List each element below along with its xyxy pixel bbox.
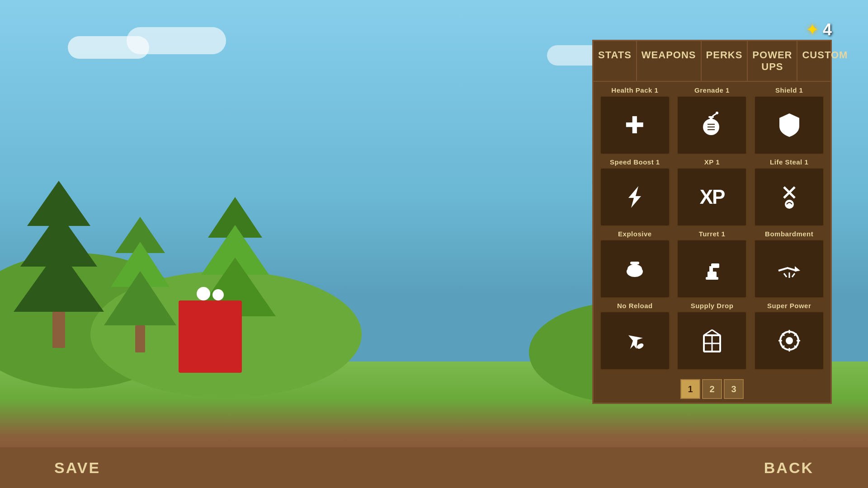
tab-perks[interactable]: Perks <box>702 41 748 81</box>
item-bombardment: Bombardment <box>752 230 826 298</box>
page-2-button[interactable]: 2 <box>702 379 722 399</box>
bombardment-icon <box>775 254 804 283</box>
item-box-turret[interactable] <box>677 239 747 298</box>
main-panel: Stats Weapons Perks Power Ups Custom Hea… <box>592 40 832 404</box>
item-health-pack: Health Pack 1 ✚ <box>598 86 672 155</box>
back-button[interactable]: BACK <box>764 459 814 477</box>
item-box-health-pack[interactable]: ✚ <box>600 96 670 155</box>
item-super-power: Super Power <box>752 302 826 370</box>
svg-point-8 <box>785 200 794 209</box>
svg-point-29 <box>786 337 793 344</box>
item-grenade: Grenade 1 <box>675 86 749 155</box>
svg-rect-12 <box>630 262 639 264</box>
item-box-bombardment[interactable] <box>754 239 824 298</box>
svg-line-20 <box>792 273 795 277</box>
character <box>179 300 242 373</box>
currency-display: ✦ 4 <box>806 20 832 39</box>
explosive-icon <box>620 254 649 283</box>
super-power-icon <box>775 326 804 355</box>
health-pack-icon: ✚ <box>625 113 645 137</box>
svg-rect-14 <box>706 277 718 280</box>
grenade-icon <box>698 111 726 140</box>
currency-count: 4 <box>823 20 832 39</box>
xp-icon: XP <box>700 187 725 207</box>
svg-point-21 <box>636 343 645 350</box>
tab-custom[interactable]: Custom <box>797 41 852 81</box>
svg-rect-16 <box>709 266 713 272</box>
item-xp: XP 1 XP <box>675 158 749 226</box>
item-turret: Turret 1 <box>675 230 749 298</box>
tab-weapons[interactable]: Weapons <box>637 41 702 81</box>
item-box-xp[interactable]: XP <box>677 168 747 226</box>
svg-line-3 <box>712 113 717 116</box>
item-box-supply-drop[interactable] <box>677 311 747 370</box>
item-box-life-steal[interactable] <box>754 168 824 226</box>
shield-icon <box>775 111 804 140</box>
life-steal-icon <box>775 183 804 211</box>
supply-drop-icon <box>698 326 726 355</box>
item-box-no-reload[interactable] <box>600 311 670 370</box>
item-box-grenade[interactable] <box>677 96 747 155</box>
star-icon: ✦ <box>806 20 819 39</box>
item-supply-drop: Supply Drop <box>675 302 749 370</box>
item-explosive: Explosive <box>598 230 672 298</box>
svg-point-4 <box>716 112 718 114</box>
speed-boost-icon <box>620 183 649 211</box>
items-grid: Health Pack 1 ✚ Grenade 1 <box>594 82 830 375</box>
bottom-bar: SAVE BACK <box>0 447 868 488</box>
save-button[interactable]: SAVE <box>54 459 100 477</box>
tab-bar: Stats Weapons Perks Power Ups Custom <box>594 41 830 82</box>
item-shield: Shield 1 <box>752 86 826 155</box>
tab-stats[interactable]: Stats <box>594 41 637 81</box>
item-box-shield[interactable] <box>754 96 824 155</box>
no-reload-icon <box>620 326 649 355</box>
page-1-button[interactable]: 1 <box>680 379 700 399</box>
svg-line-18 <box>784 273 787 277</box>
tree-1 <box>14 181 104 348</box>
turret-icon <box>698 254 726 283</box>
item-box-speed-boost[interactable] <box>600 168 670 226</box>
item-no-reload: No Reload <box>598 302 672 370</box>
tree-2 <box>104 217 176 352</box>
tab-power-ups[interactable]: Power Ups <box>748 41 797 81</box>
item-life-steal: Life Steal 1 <box>752 158 826 226</box>
page-3-button[interactable]: 3 <box>724 379 744 399</box>
svg-marker-17 <box>795 266 800 272</box>
item-speed-boost: Speed Boost 1 <box>598 158 672 226</box>
item-box-super-power[interactable] <box>754 311 824 370</box>
pagination: 1 2 3 <box>594 375 830 403</box>
svg-rect-11 <box>632 263 637 271</box>
item-box-explosive[interactable] <box>600 239 670 298</box>
cloud-2 <box>127 27 226 54</box>
